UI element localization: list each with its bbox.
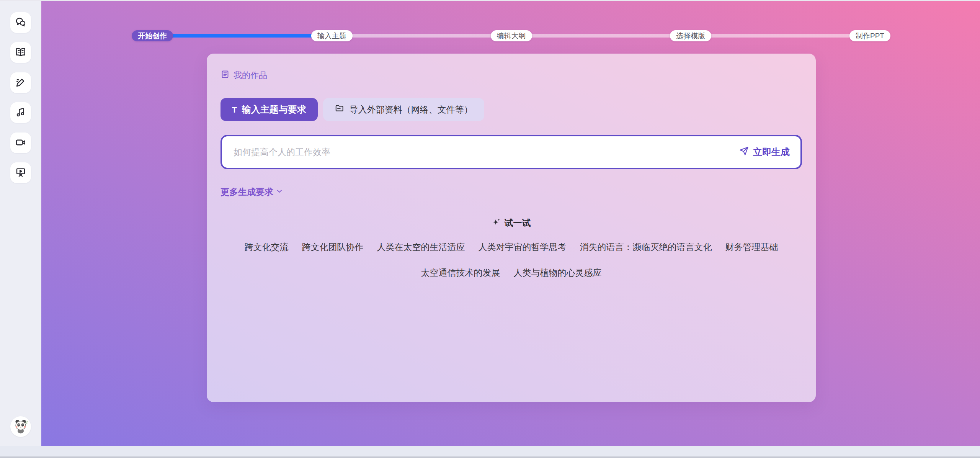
suggestion-row-2: 太空通信技术的发展 人类与植物的心灵感应 bbox=[220, 267, 802, 279]
chevron-down-icon bbox=[276, 187, 283, 197]
presentation-icon bbox=[15, 167, 26, 179]
tab-input-topic[interactable]: T 输入主题与要求 bbox=[220, 98, 318, 121]
tab-import-external-label: 导入外部资料（网络、文件等） bbox=[350, 104, 473, 116]
app-window: 开始创作 输入主题 编辑大纲 选择模版 制作PPT 我的作品 bbox=[0, 0, 980, 458]
tab-input-topic-label: 输入主题与要求 bbox=[242, 103, 306, 116]
progress-stepper: 开始创作 输入主题 编辑大纲 选择模版 制作PPT bbox=[132, 30, 890, 41]
suggestion-chip[interactable]: 消失的语言：濒临灭绝的语言文化 bbox=[580, 241, 712, 253]
my-works-label: 我的作品 bbox=[234, 70, 267, 81]
document-icon bbox=[220, 70, 230, 81]
more-requirements-toggle[interactable]: 更多生成要求 bbox=[220, 186, 283, 198]
text-icon: T bbox=[232, 106, 237, 114]
window-bottom-edge bbox=[0, 446, 980, 458]
sidebar bbox=[0, 0, 41, 446]
generate-button-label: 立即生成 bbox=[753, 146, 790, 158]
suggestion-row-1: 跨文化交流 跨文化团队协作 人类在太空的生活适应 人类对宇宙的哲学思考 消失的语… bbox=[220, 241, 802, 253]
send-icon bbox=[739, 146, 749, 158]
video-icon bbox=[15, 137, 26, 149]
folder-icon bbox=[335, 103, 345, 116]
chat-icon bbox=[15, 16, 26, 29]
step-start-create: 开始创作 bbox=[132, 30, 173, 41]
my-works-link[interactable]: 我的作品 bbox=[220, 70, 267, 81]
user-avatar[interactable] bbox=[10, 416, 31, 437]
suggestion-chip[interactable]: 人类与植物的心灵感应 bbox=[514, 267, 602, 279]
suggestion-chip[interactable]: 人类对宇宙的哲学思考 bbox=[479, 241, 567, 253]
suggestion-chip[interactable]: 财务管理基础 bbox=[725, 241, 778, 253]
window-top-edge bbox=[0, 0, 980, 1]
step-choose-template: 选择模版 bbox=[670, 30, 711, 41]
divider-right bbox=[539, 223, 802, 223]
source-tabs: T 输入主题与要求 导入外部资料（网络、文件等） bbox=[220, 98, 802, 121]
book-icon bbox=[15, 46, 26, 59]
sidebar-item-chat[interactable] bbox=[10, 12, 31, 33]
suggestion-chip[interactable]: 人类在太空的生活适应 bbox=[377, 241, 465, 253]
main-canvas: 开始创作 输入主题 编辑大纲 选择模版 制作PPT 我的作品 bbox=[41, 0, 980, 446]
step-input-topic: 输入主题 bbox=[311, 30, 353, 41]
sidebar-item-video[interactable] bbox=[10, 132, 31, 153]
tab-import-external[interactable]: 导入外部资料（网络、文件等） bbox=[323, 98, 484, 121]
sidebar-item-music[interactable] bbox=[10, 102, 31, 123]
sparkles-icon bbox=[492, 218, 501, 229]
sidebar-item-ppt[interactable] bbox=[10, 162, 31, 183]
sidebar-item-writing[interactable] bbox=[10, 72, 31, 93]
pencil-icon bbox=[15, 77, 26, 89]
generate-button[interactable]: 立即生成 bbox=[739, 146, 790, 158]
suggestion-chip[interactable]: 跨文化团队协作 bbox=[302, 241, 364, 253]
try-it-section-header: 试一试 bbox=[220, 217, 802, 229]
creation-card: 我的作品 T 输入主题与要求 导入外部资料（网络、文件等） bbox=[207, 54, 816, 402]
suggestion-chip[interactable]: 太空通信技术的发展 bbox=[421, 267, 500, 279]
step-make-ppt: 制作PPT bbox=[849, 30, 890, 41]
step-edit-outline: 编辑大纲 bbox=[491, 30, 532, 41]
topic-input-box: 立即生成 bbox=[220, 135, 802, 169]
suggestion-chip[interactable]: 跨文化交流 bbox=[245, 241, 289, 253]
sidebar-item-reading[interactable] bbox=[10, 42, 31, 63]
more-requirements-label: 更多生成要求 bbox=[220, 186, 273, 198]
try-it-label: 试一试 bbox=[505, 217, 531, 229]
topic-input[interactable] bbox=[233, 147, 739, 158]
panda-avatar-icon bbox=[12, 417, 29, 436]
music-icon bbox=[15, 106, 26, 119]
divider-left bbox=[220, 223, 484, 223]
